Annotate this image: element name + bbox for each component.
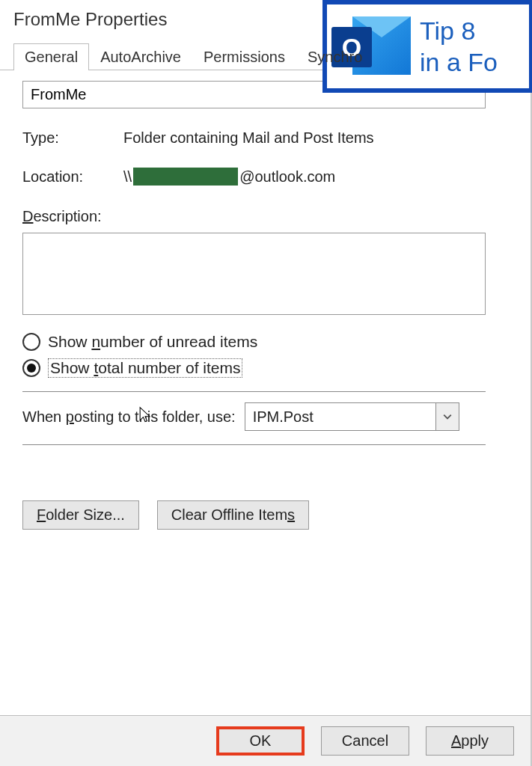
type-label: Type:: [22, 129, 123, 147]
folder-size-button[interactable]: Folder Size...: [22, 500, 139, 530]
display-count-radios: Show number of unread items Show total n…: [22, 333, 486, 378]
radio-icon: [22, 359, 40, 377]
type-value: Folder containing Mail and Post Items: [123, 129, 374, 147]
location-suffix: @outlook.com: [239, 168, 335, 186]
radio-unread-label: Show number of unread items: [48, 333, 257, 351]
overlay-line1: Tip 8: [420, 15, 498, 47]
location-label: Location:: [22, 168, 123, 186]
tab-autoarchive[interactable]: AutoArchive: [89, 43, 192, 70]
radio-icon: [22, 333, 40, 351]
location-redacted: [133, 168, 238, 186]
posting-select-value: IPM.Post: [245, 403, 435, 430]
dialog-button-bar: OK Cancel Apply: [0, 715, 531, 766]
chevron-down-icon: [435, 403, 459, 430]
location-value: \\ @outlook.com: [123, 168, 335, 186]
posting-select[interactable]: IPM.Post: [245, 402, 459, 431]
clear-offline-items-button[interactable]: Clear Offline Items: [157, 500, 309, 530]
description-textarea[interactable]: [22, 233, 486, 315]
tab-general[interactable]: General: [13, 43, 89, 70]
description-label: Description:: [22, 208, 486, 225]
overlay-line2: in a Fo: [420, 46, 498, 79]
divider: [22, 444, 486, 445]
tab-permissions[interactable]: Permissions: [192, 43, 296, 70]
tab-synchronize[interactable]: Synchro: [296, 43, 373, 70]
radio-total-items[interactable]: Show total number of items: [22, 358, 486, 378]
apply-button[interactable]: Apply: [426, 726, 514, 756]
tab-page-general: Type: Folder containing Mail and Post It…: [0, 70, 531, 537]
radio-unread-items[interactable]: Show number of unread items: [22, 333, 486, 351]
divider: [22, 391, 486, 392]
mid-buttons: Folder Size... Clear Offline Items: [22, 500, 486, 530]
posting-label: When posting to this folder, use:: [22, 408, 236, 426]
ok-button[interactable]: OK: [216, 726, 305, 756]
location-prefix: \\: [123, 168, 132, 186]
cancel-button[interactable]: Cancel: [321, 726, 409, 756]
properties-dialog: FromMe Properties General AutoArchive Pe…: [0, 0, 532, 766]
posting-row: When posting to this folder, use: IPM.Po…: [22, 402, 486, 431]
overlay-text: Tip 8 in a Fo: [420, 15, 498, 79]
location-row: Location: \\ @outlook.com: [22, 168, 486, 186]
type-row: Type: Folder containing Mail and Post It…: [22, 129, 486, 147]
radio-total-label: Show total number of items: [48, 358, 242, 378]
